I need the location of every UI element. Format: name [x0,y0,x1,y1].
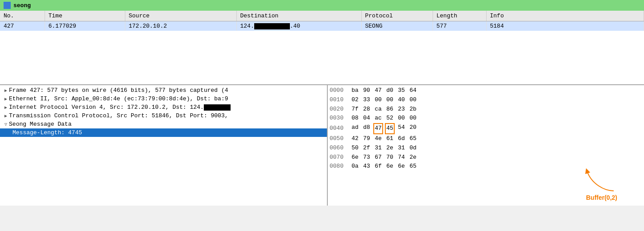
hex-byte: 00 [385,95,395,105]
hex-bytes-group: ba9047d03564 [350,86,418,95]
hex-byte: 6f [373,162,383,171]
col-protocol: Protocol [361,11,433,21]
hex-row: 00300804ac520000 [330,114,642,123]
col-length: Length [433,11,486,21]
hex-byte: 54 [396,123,406,134]
hex-byte: 4e [373,134,383,144]
hex-offset: 0070 [330,153,347,162]
hex-byte: 86 [385,105,395,114]
cell-length: 577 [433,21,486,31]
cell-destination: 124. .40 [236,21,361,31]
hex-byte: d8 [362,123,372,134]
hex-byte: 7f [350,105,360,114]
detail-text: Message-Length: 4745 [12,129,82,136]
hex-byte: 6e [396,162,406,171]
hex-byte: 2e [385,144,395,153]
hex-byte: 28 [362,105,372,114]
detail-item-msg-length[interactable]: Message-Length: 4745 [0,128,327,137]
hex-row: 0040add847455420 [330,123,642,134]
col-info: Info [486,11,644,21]
hex-byte: 73 [362,153,372,162]
hex-byte: 23 [396,105,406,114]
expand-arrow: ▶ [4,96,7,102]
hex-byte: 02 [350,95,360,105]
hex-byte: 0d [408,144,418,153]
hex-byte: 20 [408,123,418,134]
hex-offset: 0030 [330,114,347,123]
hex-bytes-group: 023300004000 [350,95,418,105]
cell-protocol: SEONG [361,21,433,31]
col-destination: Destination [236,11,361,21]
hex-byte: 42 [350,134,360,144]
hex-byte: 33 [362,95,372,105]
hex-byte: 65 [408,134,418,144]
buffer-annotation: Buffer(0,2) [586,194,617,201]
hex-byte: 45 [385,123,395,134]
hex-byte: 2e [408,153,418,162]
hex-byte: ac [373,114,383,123]
bottom-panel: ▶ Frame 427: 577 bytes on wire (4616 bit… [0,85,644,206]
hex-byte: 47 [373,86,383,95]
hex-offset: 0060 [330,144,347,153]
hex-byte: 08 [350,114,360,123]
hex-row: 005042794e616d65 [330,134,642,144]
hex-bytes-group: 7f28ca86232b [350,105,418,114]
packet-details[interactable]: ▶ Frame 427: 577 bytes on wire (4616 bit… [0,85,328,206]
hex-bytes-group: add847455420 [350,123,418,134]
app-icon [4,2,11,9]
detail-item-tcp[interactable]: ▶ Transmission Control Protocol, Src Por… [0,111,327,120]
table-header-row: No. Time Source Destination Protocol Len… [0,11,644,21]
hex-byte: 67 [373,153,383,162]
hex-byte: 52 [385,114,395,123]
col-time: Time [45,11,125,21]
detail-text: Transmission Control Protocol, Src Port:… [9,112,228,119]
detail-item-ethernet[interactable]: ▶ Ethernet II, Src: Apple_00:8d:4e (ec:7… [0,95,327,103]
hex-bytes-group: 0a436f6e6e65 [350,162,418,171]
hex-byte: 0a [350,162,360,171]
hex-byte: 47 [373,123,383,134]
hex-byte: 2b [408,105,418,114]
table-row[interactable]: 4276.177029172.20.10.2124. .40SEONG57751… [0,21,644,31]
hex-row: 0000ba9047d03564 [330,86,642,95]
hex-byte: 31 [373,144,383,153]
hex-byte: 50 [350,144,360,153]
hex-row: 0010023300004000 [330,95,642,105]
cell-source: 172.20.10.2 [125,21,236,31]
hex-row: 00706e736770742e [330,153,642,162]
hex-bytes-group: 502f312e310d [350,144,418,153]
packet-list: No. Time Source Destination Protocol Len… [0,11,644,85]
hex-byte: 31 [396,144,406,153]
detail-item-frame[interactable]: ▶ Frame 427: 577 bytes on wire (4616 bit… [0,86,327,95]
hex-byte: 6d [396,134,406,144]
cell-no: 427 [0,21,45,31]
hex-byte: 43 [362,162,372,171]
hex-byte: 6e [385,162,395,171]
detail-item-seong[interactable]: ▽ Seong Message Data [0,120,327,128]
packet-table: No. Time Source Destination Protocol Len… [0,11,644,31]
hex-byte: ba [350,86,360,95]
hex-offset: 0040 [330,124,347,133]
hex-byte: d0 [385,86,395,95]
hex-byte: 2f [362,144,372,153]
detail-text: Frame 427: 577 bytes on wire (4616 bits)… [9,87,228,94]
col-source: Source [125,11,236,21]
expand-arrow: ▶ [4,88,7,93]
hex-offset: 0080 [330,162,347,171]
detail-text: Ethernet II, Src: Apple_00:8d:4e (ec:73:… [9,95,228,102]
detail-text: Seong Message Data [9,121,71,128]
cell-time: 6.177029 [45,21,125,31]
hex-byte: 79 [362,134,372,144]
hex-dump: 0000ba9047d03564001002330000400000207f28… [328,85,644,206]
hex-offset: 0020 [330,105,347,114]
hex-byte: 00 [408,114,418,123]
hex-row: 00207f28ca86232b [330,105,642,114]
detail-item-ipv4[interactable]: ▶ Internet Protocol Version 4, Src: 172.… [0,103,327,111]
hex-byte: 6e [350,153,360,162]
hex-byte: 61 [385,134,395,144]
cell-info: 5184 [486,21,644,31]
hex-byte: 65 [408,162,418,171]
expand-arrow: ▶ [4,105,7,110]
hex-byte: 40 [396,95,406,105]
hex-byte: 04 [362,114,372,123]
hex-offset: 0050 [330,134,347,144]
